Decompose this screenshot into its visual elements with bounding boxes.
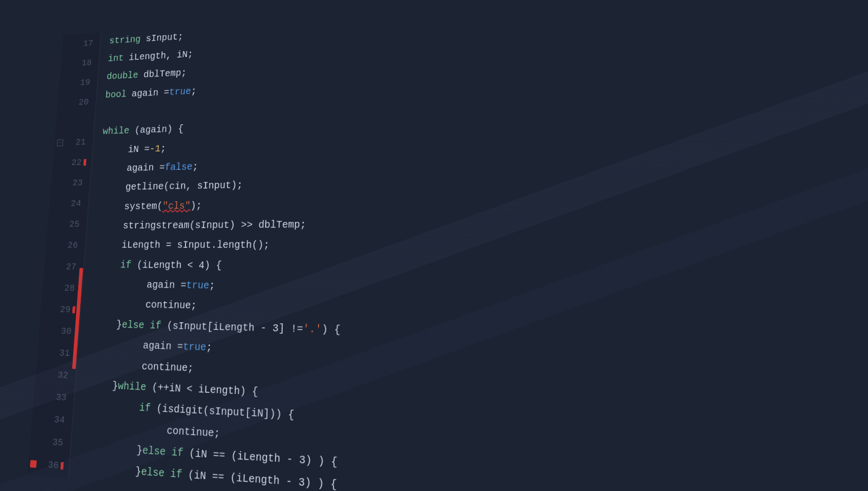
token-kw-string: string: [109, 35, 141, 46]
token-str-dot-31: '.': [303, 324, 322, 335]
token-bool-true-29: true: [186, 280, 209, 291]
token-plain-25b: );: [190, 201, 202, 211]
token-plain-22a: iN =: [127, 144, 150, 155]
editor-container: 17 18 19 20 − 21 22 23 24 25 26: [0, 0, 868, 491]
token-kw-else-37: else: [142, 445, 166, 458]
code-area: string sInput; int iLength, iN; double d…: [68, 0, 868, 491]
token-plain-24: getline(cin, sInput);: [125, 181, 243, 193]
token-kw-while-34: while: [118, 381, 146, 393]
token-plain-38c: (: [182, 469, 194, 481]
token-kw-int: int: [107, 54, 124, 63]
token-bool-false-23: false: [164, 162, 193, 173]
token-plain-22b: ;: [160, 144, 166, 154]
token-plain-17: sInput;: [141, 32, 184, 44]
token-kw-bool: bool: [105, 90, 127, 100]
token-bool-true-32: true: [183, 342, 207, 353]
token-plain-31c: (sInput[iLength - 3] !=: [161, 321, 303, 335]
token-plain-31d: ) {: [322, 324, 341, 336]
token-plain-19: dblTemp;: [138, 68, 187, 80]
token-kw-else-38: else: [141, 467, 165, 479]
code-line-27: iLength = sInput.length();: [121, 233, 868, 257]
token-plain-20b: ;: [191, 86, 197, 96]
token-str-cls: "cls": [162, 201, 190, 211]
token-plain-32b: ;: [206, 342, 213, 353]
token-kw-if-37: if: [171, 447, 184, 459]
token-plain-32a: again =: [143, 341, 183, 352]
token-plain-34b: (++iN < iLength) {: [146, 382, 258, 397]
token-plain-26: stringstream(sInput) >> dblTemp;: [123, 220, 306, 231]
token-kw-if-38: if: [170, 469, 182, 481]
token-plain-25a: system(: [124, 201, 163, 212]
token-plain-30: continue;: [145, 300, 197, 311]
token-kw-double: double: [106, 71, 138, 82]
token-plain-23a: again =: [126, 163, 165, 173]
token-plain-21: (again) {: [129, 124, 184, 136]
token-kw-else-31: else: [122, 320, 144, 331]
token-plain-35: (isdigit(sInput[iN])) {: [150, 403, 295, 421]
token-num-22: -1: [149, 144, 161, 154]
tilt-wrapper: 17 18 19 20 − 21 22 23 24 25 26: [28, 0, 868, 491]
token-kw-if-31: if: [150, 321, 162, 331]
token-plain-33: continue;: [142, 361, 194, 374]
token-bool-true-20: true: [169, 87, 191, 97]
token-plain-29b: ;: [209, 280, 215, 291]
token-plain-27: iLength = sInput.length();: [122, 240, 270, 251]
token-kw-if-28: if: [120, 260, 131, 270]
token-kw-if-35: if: [139, 403, 151, 414]
token-kw-while-21: while: [103, 126, 130, 137]
token-plain-36: continue;: [167, 425, 220, 439]
token-plain-23b: ;: [192, 162, 198, 172]
collapse-icon-21[interactable]: −: [57, 139, 63, 146]
token-plain-18: iLength, iN;: [123, 50, 193, 63]
token-plain-38d: iN == (iLength - 3) ) {: [194, 470, 337, 491]
token-plain-20a: again =: [126, 88, 169, 99]
token-plain-28: (iLength < 4) {: [131, 260, 222, 271]
token-plain-29a: again =: [146, 280, 187, 291]
